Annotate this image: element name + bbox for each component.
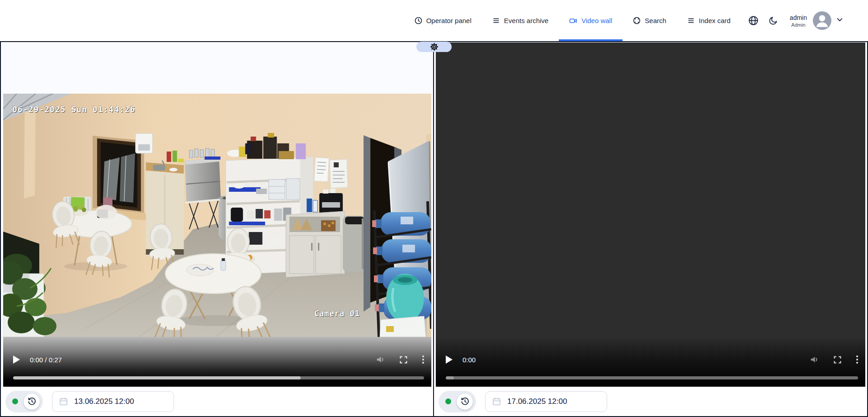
time-display: 0:00 / 0:27 — [30, 356, 62, 364]
moon-icon — [769, 16, 778, 25]
panel-2-toolbar — [434, 387, 867, 416]
user-avatar-icon — [813, 11, 831, 30]
clock-icon — [415, 17, 422, 24]
datetime-input-2[interactable] — [507, 397, 600, 406]
list-icon — [687, 17, 695, 24]
archive-history-button[interactable] — [457, 393, 473, 410]
top-nav-bar: Operator panel Events archive Video wall… — [0, 0, 868, 41]
volume-muted-icon — [376, 355, 386, 364]
buffered-progress — [446, 376, 454, 379]
avatar[interactable] — [813, 11, 831, 30]
mute-button[interactable] — [810, 355, 820, 364]
main-nav: Operator panel Events archive Video wall… — [404, 0, 741, 41]
mute-button[interactable] — [376, 355, 386, 364]
video-camera-icon — [569, 17, 577, 25]
chevron-down-icon[interactable] — [836, 16, 844, 25]
nav-operator-panel[interactable]: Operator panel — [404, 0, 482, 41]
user-names: admin Admin — [790, 14, 807, 28]
nav-search[interactable]: Search — [623, 0, 677, 41]
user-role: Admin — [791, 22, 805, 28]
dark-mode-button[interactable] — [769, 16, 778, 25]
video-controls: 0:00 — [436, 337, 865, 387]
archive-history-button[interactable] — [24, 393, 40, 410]
nav-label: Index card — [699, 17, 731, 24]
volume-muted-icon — [810, 355, 820, 364]
stream-status-pill — [439, 391, 476, 412]
camera-timestamp-overlay: 06-29-2025 Sun 01:44:26 — [12, 104, 135, 114]
datetime-input-1[interactable] — [74, 397, 167, 406]
video-controls: 0:00 / 0:27 — [3, 337, 431, 387]
nav-label: Events archive — [504, 17, 548, 24]
stream-status-pill — [5, 391, 43, 412]
seek-bar[interactable] — [446, 376, 858, 379]
fullscreen-button[interactable] — [399, 355, 408, 364]
calendar-icon — [59, 397, 68, 406]
datetime-picker-2[interactable] — [485, 391, 607, 412]
more-options-button[interactable] — [856, 355, 858, 364]
list-icon — [492, 17, 500, 24]
fullscreen-button[interactable] — [833, 355, 842, 364]
fullscreen-icon — [399, 355, 408, 364]
status-online-dot — [12, 398, 18, 404]
history-clock-icon — [460, 397, 470, 406]
play-button[interactable] — [446, 355, 453, 364]
datetime-picker-1[interactable] — [52, 391, 174, 412]
search-icon — [633, 17, 641, 24]
camera-name-overlay: Camera 01 — [314, 309, 360, 318]
video-player-2[interactable]: 0:00 — [436, 43, 865, 387]
nav-label: Search — [645, 17, 666, 24]
nav-index-card[interactable]: Index card — [677, 0, 741, 41]
user-menu[interactable]: admin Admin — [790, 11, 844, 30]
fullscreen-icon — [833, 355, 842, 364]
more-options-button[interactable] — [422, 355, 424, 364]
nav-video-wall[interactable]: Video wall — [559, 0, 623, 41]
time-display: 0:00 — [462, 356, 476, 364]
buffered-progress — [13, 376, 301, 379]
play-button[interactable] — [13, 355, 20, 364]
user-name: admin — [790, 14, 807, 21]
panel-1-toolbar — [1, 387, 433, 416]
history-clock-icon — [27, 397, 37, 406]
nav-label: Operator panel — [426, 17, 472, 24]
video-wall-grid: 06-29-2025 Sun 01:44:26 Camera 01 0:00 /… — [0, 41, 868, 417]
nav-label: Video wall — [581, 17, 612, 24]
language-globe-button[interactable] — [748, 15, 759, 26]
wall-settings-button[interactable] — [416, 42, 452, 52]
gear-icon — [430, 43, 439, 51]
camera-scene — [3, 94, 431, 337]
status-online-dot — [445, 398, 451, 404]
seek-bar[interactable] — [13, 376, 424, 379]
video-panel-2: 0:00 — [434, 42, 867, 416]
calendar-icon — [492, 397, 501, 406]
globe-icon — [748, 15, 759, 26]
video-player-1[interactable]: 06-29-2025 Sun 01:44:26 Camera 01 0:00 /… — [3, 94, 431, 387]
video-panel-1: 06-29-2025 Sun 01:44:26 Camera 01 0:00 /… — [1, 42, 434, 416]
nav-events-archive[interactable]: Events archive — [482, 0, 559, 41]
